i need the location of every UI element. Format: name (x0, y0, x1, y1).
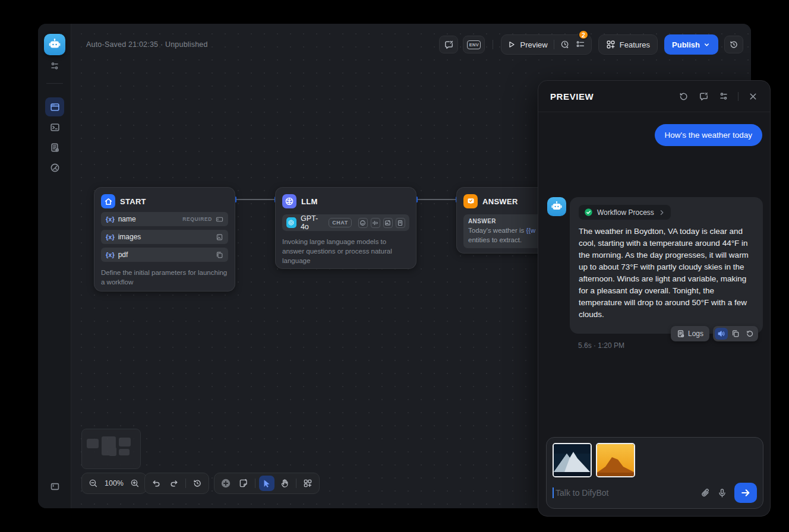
minimap-node (119, 438, 131, 446)
send-button[interactable] (734, 483, 757, 503)
robot-icon (550, 200, 563, 213)
preview-group-divider (554, 40, 554, 49)
minimap-node (109, 447, 116, 456)
minimap[interactable] (81, 429, 141, 469)
variable-prefix: {x} (106, 251, 115, 258)
field-row-pdf[interactable]: {x} pdf (101, 248, 228, 262)
topbar-actions: ENV Preview (439, 34, 743, 55)
speaker-icon[interactable] (715, 328, 728, 340)
sidebar-item-monitoring[interactable] (45, 158, 64, 177)
redo-icon[interactable] (166, 476, 182, 491)
autosave-status: Auto-Saved 21:02:35 · Unpublished (86, 40, 208, 49)
publish-button-label: Publish (672, 40, 700, 49)
field-row-images[interactable]: {x} images (101, 230, 228, 244)
publish-button[interactable]: Publish (664, 34, 718, 55)
preview-header: PREVIEW (538, 81, 770, 112)
restart-conversation-icon[interactable] (676, 88, 691, 104)
answer-text-part: Today's weather is (468, 227, 526, 234)
undo-icon[interactable] (149, 476, 164, 491)
close-icon[interactable] (745, 88, 760, 104)
field-name: pdf (118, 251, 128, 259)
controls-divider (296, 479, 296, 488)
attachment-thumbnail-mountain-sunset[interactable] (596, 443, 635, 477)
zoom-level[interactable]: 100% (103, 479, 125, 487)
vision-capability-icon (358, 218, 368, 228)
run-history-icon[interactable] (560, 40, 570, 49)
bot-message-bubble: Workflow Process The weather in Boydton,… (570, 197, 763, 334)
checklist-icon[interactable] (576, 40, 585, 49)
node-llm-description: Invoking large language models to answer… (282, 237, 409, 265)
variable-prefix: {x} (106, 216, 115, 223)
node-start-header: START (101, 194, 228, 208)
chat-input-row (553, 482, 757, 504)
copy-icon[interactable] (729, 328, 742, 340)
pointer-mode-icon[interactable] (259, 476, 274, 491)
regenerate-icon[interactable] (743, 328, 756, 340)
zoom-in-icon[interactable] (127, 476, 143, 491)
canvas-tools (214, 473, 320, 494)
file-copy-icon (216, 251, 223, 259)
attachment-thumbnail-mountain-night[interactable] (553, 443, 592, 477)
field-name: name (118, 215, 136, 223)
collapse-sidebar-icon[interactable] (45, 477, 64, 496)
checklist-badge: 2 (578, 30, 589, 40)
chat-mode-badge: CHAT (329, 218, 351, 227)
node-llm[interactable]: LLM GPT-4o CHAT (275, 187, 416, 269)
bot-message-column: Workflow Process The weather in Boydton,… (570, 197, 763, 350)
add-node-icon[interactable] (218, 476, 233, 491)
features-icon (606, 40, 616, 49)
preview-button[interactable]: Preview (507, 40, 547, 49)
controls-divider (255, 479, 255, 488)
hand-mode-icon[interactable] (277, 476, 292, 491)
sidebar-item-orchestrate[interactable] (45, 97, 64, 116)
zoom-controls: 100% (81, 473, 147, 494)
zoom-out-icon[interactable] (86, 476, 101, 491)
message-actions: Logs (671, 326, 758, 341)
node-start-description: Define the initial parameters for launch… (101, 268, 228, 287)
answer-text-part2: entities to extract. (468, 236, 522, 243)
node-answer-title: ANSWER (482, 197, 518, 206)
bot-avatar (547, 197, 566, 216)
field-row-name[interactable]: {x} name REQUIRED (101, 212, 228, 226)
logs-button[interactable]: Logs (671, 326, 709, 341)
features-button[interactable]: Features (598, 34, 658, 55)
add-note-icon[interactable] (236, 476, 251, 491)
paperclip-icon[interactable] (697, 484, 714, 501)
sidebar (38, 24, 71, 508)
model-selector[interactable]: GPT-4o CHAT (282, 214, 409, 231)
node-start[interactable]: START {x} name REQUIRED {x} images {x} p… (94, 187, 235, 292)
clear-chat-icon[interactable] (696, 88, 711, 104)
edge-llm-answer (417, 199, 456, 200)
play-icon (507, 40, 516, 49)
workflow-process-toggle[interactable]: Workflow Process (579, 205, 671, 220)
organize-blocks-icon[interactable] (300, 476, 315, 491)
history-icon[interactable] (190, 476, 205, 491)
attached-images (553, 443, 757, 477)
audio-capability-icon (371, 218, 380, 228)
message-action-group (713, 326, 758, 341)
topbar: Auto-Saved 21:02:35 · Unpublished ENV (71, 24, 751, 65)
version-history-button[interactable] (724, 36, 743, 53)
openai-icon (286, 217, 296, 228)
annotation-icon (444, 40, 454, 50)
app-logo[interactable] (44, 34, 65, 55)
preview-title: PREVIEW (550, 91, 594, 102)
preview-header-divider (738, 92, 738, 101)
sidebar-item-api[interactable] (45, 118, 64, 137)
user-message-bubble: How's the weather today (655, 124, 762, 146)
env-variables-button[interactable]: ENV (463, 36, 485, 53)
preview-button-label: Preview (520, 40, 547, 49)
sidebar-item-logs[interactable] (45, 138, 64, 157)
mic-icon[interactable] (714, 484, 730, 501)
workflow-settings-icon[interactable] (45, 56, 64, 75)
text-caret (553, 487, 554, 498)
image-file-icon (216, 233, 223, 241)
chat-area: How's the weather today Workflow Process (538, 112, 770, 516)
logs-button-label: Logs (688, 330, 703, 338)
llm-icon (282, 194, 296, 208)
chat-settings-icon[interactable] (716, 88, 731, 104)
clear-annotation-button[interactable] (439, 36, 458, 53)
chat-input[interactable] (556, 488, 697, 498)
preview-header-actions (676, 88, 760, 104)
message-meta: 5.6s · 1:20 PM (570, 341, 763, 350)
